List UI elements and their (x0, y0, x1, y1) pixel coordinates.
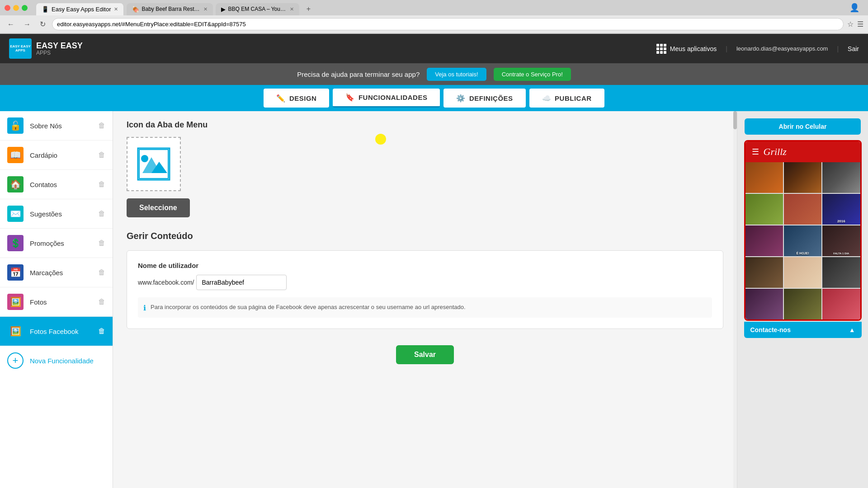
header-separator: | (726, 45, 727, 52)
field-label: Nome de utilizador (138, 262, 712, 269)
phone-logo-text: Grillz (764, 146, 787, 158)
photo-cell-11 (784, 257, 821, 288)
url-bar[interactable] (52, 18, 844, 30)
sidebar-item-fotos[interactable]: 🖼️ Fotos 🗑 (0, 287, 113, 317)
header-separator-2: | (837, 45, 839, 52)
tab-baby-beef[interactable]: 🍖 Baby Beef Barra Restauran... ✕ (127, 3, 213, 15)
username-input[interactable] (196, 275, 287, 290)
photo-cell-9: FALTA 1 DIA (822, 225, 860, 256)
trash-icon-contatos[interactable]: 🗑 (98, 180, 105, 188)
select-button[interactable]: Seleccione (127, 198, 190, 217)
design-tab-label: DESIGN (289, 94, 317, 102)
photo-label-9: FALTA 1 DIA (822, 252, 860, 255)
trash-icon-promocoes[interactable]: 🗑 (98, 239, 105, 247)
contact-chevron-icon: ▲ (849, 326, 855, 333)
nav-tabs-bar: ✏️ DESIGN 🔖 FUNCIONALIDADES ⚙️ DEFINIÇÕE… (0, 85, 868, 111)
scrollbar-thumb[interactable] (733, 111, 737, 129)
sidebar-item-contatos[interactable]: 🏠 Contatos 🗑 (0, 170, 113, 199)
center-panel: Icon da Aba de Menu Seleccione Gerir Con… (113, 111, 737, 488)
photo-cell-1 (745, 162, 783, 193)
save-button[interactable]: Salvar (396, 345, 454, 364)
app-header: EASY EASY APPS EASY EASY APPS Meus aplic… (0, 34, 868, 63)
menu-icon[interactable]: ☰ (857, 20, 863, 28)
cardapio-label: Cardápio (30, 151, 92, 159)
profile-icon: 👤 (849, 3, 859, 13)
photo-cell-3 (822, 162, 860, 193)
sobre-nos-icon: 🔓 (7, 117, 24, 134)
user-email: leonardo.dias@easyeasyapps.com (736, 45, 828, 52)
marcacoes-label: Marcações (30, 269, 92, 277)
sobre-nos-label: Sobre Nós (30, 122, 92, 130)
photo-label-6: 2016 (822, 219, 860, 223)
logo-easy-easy: EASY EASY (36, 42, 83, 50)
trash-icon-fotos-facebook[interactable]: 🗑 (98, 327, 105, 335)
back-button[interactable]: ← (5, 19, 17, 29)
sidebar-item-fotos-facebook[interactable]: 🖼️ Fotos Facebook 🗑 (0, 317, 113, 346)
promocoes-icon: 💲 (7, 235, 24, 251)
url-input-row: www.facebook.com/ (138, 275, 712, 290)
trash-icon-fotos[interactable]: 🗑 (98, 298, 105, 306)
maximize-button[interactable] (22, 5, 28, 11)
definicoes-icon: ⚙️ (456, 94, 466, 103)
photo-cell-6: 2016 (822, 194, 860, 225)
meus-aplicativos-btn[interactable]: Meus aplicativos (656, 44, 717, 54)
photo-grid: 2016 É HOJE! FALTA 1 DIA (745, 162, 860, 319)
marcacoes-icon: 📅 (7, 264, 24, 281)
add-feature-label: Nova Funcionalidade (30, 357, 94, 365)
refresh-button[interactable]: ↻ (37, 19, 48, 29)
add-feature-button[interactable]: + Nova Funcionalidade (0, 346, 113, 375)
tab-favicon-3: ▶ (221, 6, 226, 13)
trash-icon-sobre-nos[interactable]: 🗑 (98, 122, 105, 130)
hamburger-icon: ☰ (752, 147, 759, 157)
info-text: Para incorporar os conteúdos de sua pági… (151, 303, 466, 312)
bookmark-icon[interactable]: ☆ (847, 20, 854, 28)
close-button[interactable] (5, 5, 10, 11)
trash-icon-sugestoes[interactable]: 🗑 (98, 210, 105, 218)
minimize-button[interactable] (13, 5, 19, 11)
sidebar-item-promocoes[interactable]: 💲 Promoções 🗑 (0, 229, 113, 258)
sidebar-item-cardapio[interactable]: 📖 Cardápio 🗑 (0, 141, 113, 170)
forward-button[interactable]: → (21, 19, 33, 29)
add-icon: + (7, 352, 24, 369)
icon-section-title: Icon da Aba de Menu (127, 120, 723, 130)
photo-cell-8: É HOJE! (784, 225, 821, 256)
tab-label-3: BBQ EM CASA – YouTube (228, 6, 287, 12)
pro-service-button[interactable]: Contrate o Serviço Pro! (494, 68, 571, 81)
sidebar-item-sugestoes[interactable]: ✉️ Sugestões 🗑 (0, 199, 113, 229)
publicar-icon: ☁️ (542, 94, 552, 103)
tab-easyeasy[interactable]: 📱 Easy Easy Apps Editor ✕ (36, 3, 124, 15)
fotos-facebook-label: Fotos Facebook (30, 328, 92, 335)
sidebar-item-sobre-nos[interactable]: 🔓 Sobre Nós 🗑 (0, 111, 113, 141)
tutorials-button[interactable]: Veja os tutoriais! (427, 68, 486, 81)
contact-bar[interactable]: Contacte-nos ▲ (744, 322, 862, 338)
trash-icon-marcacoes[interactable]: 🗑 (98, 268, 105, 277)
main-content: 🔓 Sobre Nós 🗑 📖 Cardápio 🗑 🏠 Contatos 🗑 … (0, 111, 868, 488)
trash-icon-cardapio[interactable]: 🗑 (98, 151, 105, 159)
tab-close-1[interactable]: ✕ (114, 6, 118, 12)
tab-youtube[interactable]: ▶ BBQ EM CASA – YouTube ✕ (216, 3, 299, 15)
info-icon: ℹ (143, 304, 146, 312)
tab-definicoes[interactable]: ⚙️ DEFINIÇÕES (443, 89, 525, 108)
definicoes-tab-label: DEFINIÇÕES (469, 94, 513, 102)
app-logo: EASY EASY APPS EASY EASY APPS (9, 38, 83, 59)
tab-publicar[interactable]: ☁️ PUBLICAR (529, 89, 604, 108)
photo-cell-15 (822, 289, 860, 319)
publicar-tab-label: PUBLICAR (555, 94, 592, 102)
url-prefix: www.facebook.com/ (138, 279, 194, 286)
tab-design[interactable]: ✏️ DESIGN (264, 89, 329, 108)
scrollbar-track (733, 111, 737, 488)
cardapio-icon: 📖 (7, 147, 24, 163)
tab-label-2: Baby Beef Barra Restauran... (142, 6, 201, 12)
tab-funcionalidades[interactable]: 🔖 FUNCIONALIDADES (333, 89, 440, 108)
logo-apps: APPS (36, 50, 83, 56)
new-tab-button[interactable]: + (302, 3, 316, 15)
tab-close-3[interactable]: ✕ (290, 6, 294, 12)
open-phone-button[interactable]: Abrir no Celular (745, 118, 861, 135)
tab-close-2[interactable]: ✕ (203, 6, 208, 12)
sair-button[interactable]: Sair (848, 45, 859, 52)
icon-preview-box (127, 137, 181, 191)
navigation-bar: ← → ↻ ☆ ☰ (0, 15, 868, 33)
sugestoes-icon: ✉️ (7, 206, 24, 222)
sidebar-item-marcacoes[interactable]: 📅 Marcações 🗑 (0, 258, 113, 287)
fotos-label: Fotos (30, 298, 92, 306)
